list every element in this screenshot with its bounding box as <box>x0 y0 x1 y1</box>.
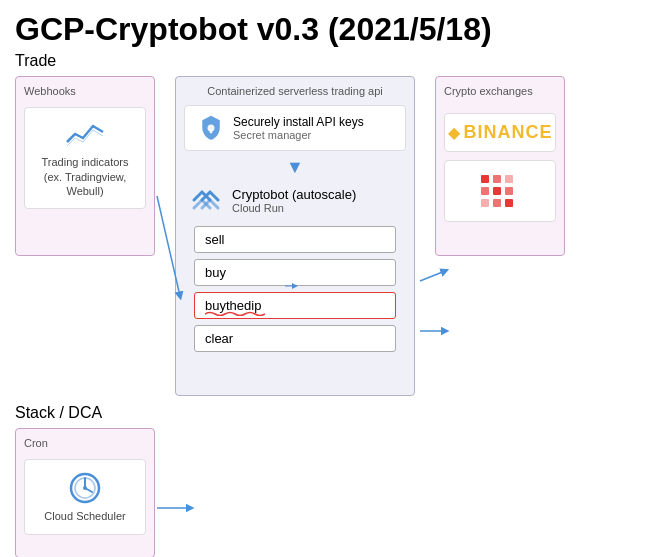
secret-manager-text: Securely install API keys Secret manager <box>233 115 364 141</box>
squiggle-icon <box>205 311 265 316</box>
binance-label: BINANCE <box>464 122 553 143</box>
api-buttons: sell buy buythedip clear <box>184 226 406 352</box>
cryptobot-text: Cryptobot (autoscale) Cloud Run <box>232 187 356 214</box>
exchanges-box: Crypto exchanges ◆ BINANCE <box>435 76 565 256</box>
secret-manager-card: Securely install API keys Secret manager <box>184 105 406 151</box>
svg-rect-3 <box>493 175 501 183</box>
svg-rect-1 <box>210 129 213 133</box>
stack-section: Stack / DCA Cron Cloud Scheduler <box>15 404 647 557</box>
cryptobot-sub: Cloud Run <box>232 202 356 214</box>
exchanges-label: Crypto exchanges <box>444 85 556 97</box>
cloud-scheduler-label: Cloud Scheduler <box>33 509 137 523</box>
shield-icon <box>197 114 225 142</box>
svg-rect-7 <box>505 187 513 195</box>
cloud-run-icon <box>188 182 224 218</box>
svg-rect-10 <box>505 199 513 207</box>
cryptobot-card: Cryptobot (autoscale) Cloud Run <box>184 182 406 218</box>
svg-rect-2 <box>481 175 489 183</box>
webhooks-label: Webhooks <box>24 85 146 97</box>
chart-icon <box>65 118 105 148</box>
cloud-scheduler-icon <box>67 470 103 506</box>
svg-rect-9 <box>493 199 501 207</box>
svg-point-19 <box>83 486 87 490</box>
cloud-scheduler-card: Cloud Scheduler <box>24 459 146 534</box>
svg-rect-6 <box>493 187 501 195</box>
cron-label: Cron <box>24 437 146 449</box>
buythedip-button[interactable]: buythedip <box>194 292 396 319</box>
tasty-icon <box>479 173 521 209</box>
svg-rect-5 <box>481 187 489 195</box>
tasty-card <box>444 160 556 222</box>
buy-button[interactable]: buy <box>194 259 396 286</box>
trading-indicators-label: Trading indicators (ex. Tradingview, Web… <box>33 155 137 198</box>
trade-label: Trade <box>15 52 647 70</box>
binance-diamond-icon: ◆ <box>448 123 460 142</box>
webhooks-box: Webhooks Trading indicators (ex. Trading… <box>15 76 155 256</box>
trade-section: Trade Webhooks Trading indicators (ex. T… <box>15 52 647 396</box>
center-box: Containerized serverless trading api Sec… <box>175 76 415 396</box>
clear-button[interactable]: clear <box>194 325 396 352</box>
arrow-down: ▼ <box>184 157 406 178</box>
cron-box: Cron Cloud Scheduler <box>15 428 155 557</box>
svg-rect-8 <box>481 199 489 207</box>
center-box-label: Containerized serverless trading api <box>184 85 406 97</box>
page-title: GCP-Cryptobot v0.3 (2021/5/18) <box>15 10 647 48</box>
sell-button[interactable]: sell <box>194 226 396 253</box>
svg-rect-4 <box>505 175 513 183</box>
cryptobot-name: Cryptobot (autoscale) <box>232 187 356 202</box>
secret-title: Securely install API keys <box>233 115 364 129</box>
stack-label: Stack / DCA <box>15 404 647 422</box>
secret-sub: Secret manager <box>233 129 364 141</box>
binance-card: ◆ BINANCE <box>444 113 556 152</box>
trading-indicators-card: Trading indicators (ex. Tradingview, Web… <box>24 107 146 209</box>
